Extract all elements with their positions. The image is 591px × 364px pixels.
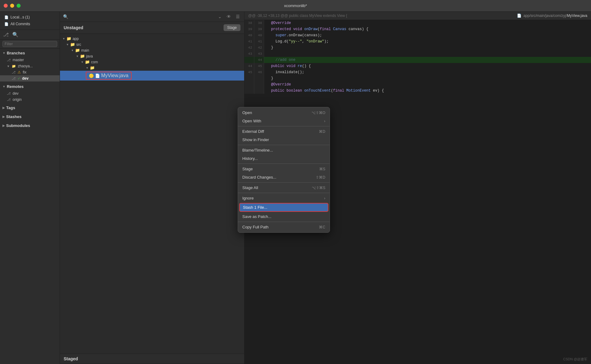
tree-item-main[interactable]: ▼ 📁 main: [60, 47, 244, 53]
branches-label: Branches: [7, 51, 25, 55]
diff-line: 4445 public void re() {: [244, 63, 591, 69]
chevron-down-icon: ▼: [71, 49, 74, 52]
sidebar-item-fix[interactable]: ⎇ ⚠ fix: [0, 69, 60, 75]
search-icon[interactable]: 🔍: [63, 14, 68, 19]
content-area: 🔍 ⌄ 👁 ☰ Unstaged Stage ▼ 📁 app: [60, 12, 591, 364]
chevron-down-icon: ▼: [2, 51, 6, 55]
menu-item-external-diff-label: External Diff: [242, 129, 264, 134]
file-emoji-header: 📄: [517, 14, 522, 18]
menu-shortcut-stage: ⌘S: [319, 167, 325, 171]
tree-item-src[interactable]: ▼ 📁 src: [60, 42, 244, 47]
menu-item-save-patch[interactable]: Save as Patch...: [238, 212, 330, 221]
filter-input[interactable]: [2, 41, 57, 47]
branch-icon[interactable]: ⎇: [3, 32, 9, 38]
sidebar-item-allcommits[interactable]: 📄 All Commits: [3, 21, 57, 27]
sidebar-item-zhaoya-label: zhaoya...: [18, 64, 33, 68]
sidebar-item-dev[interactable]: ⎇ ✓ dev: [0, 75, 60, 81]
tags-header[interactable]: ▶ Tags: [0, 104, 60, 112]
stashes-header[interactable]: ▶ Stashes: [0, 113, 60, 121]
tree-item-com[interactable]: ▼ 📁 com: [60, 59, 244, 65]
maximize-button[interactable]: [17, 4, 21, 8]
menu-item-discard[interactable]: Discard Changes... ⇧⌘D: [238, 173, 330, 181]
menu-item-open-with[interactable]: Open With ›: [238, 117, 330, 125]
chevron-down-icon: ▼: [76, 55, 79, 58]
menu-shortcut-stage-all: ⌥⇧⌘S: [312, 186, 325, 190]
diff-line: 4242 }: [244, 45, 591, 51]
menu-item-history-label: History...: [242, 156, 258, 161]
menu-item-stage-all[interactable]: Stage All ⌥⇧⌘S: [238, 184, 330, 192]
sidebar-item-origin[interactable]: ⎇ origin: [0, 97, 60, 103]
sidebar-item-master[interactable]: ⎇ master: [0, 57, 60, 63]
menu-item-copy-path-label: Copy Full Path: [242, 225, 268, 229]
sidebar-repo-section: 📄 Local...s (1) 📄 All Commits: [0, 12, 60, 30]
folder-icon: 📁: [12, 64, 16, 68]
menu-shortcut-copy-path: ⌘C: [319, 225, 325, 229]
sort-icon[interactable]: ⌄: [217, 14, 223, 20]
chevron-down-icon: ▼: [2, 85, 6, 88]
stashes-label: Stashes: [6, 114, 22, 119]
submodules-section: ▶ Submodules: [0, 121, 60, 130]
tree-item-app[interactable]: ▼ 📁 app: [60, 36, 244, 42]
watermark: CSDN @赵傻军: [563, 357, 587, 362]
search-icon[interactable]: 🔍: [12, 32, 18, 38]
menu-item-open-with-label: Open With: [242, 119, 261, 123]
eye-icon[interactable]: 👁: [225, 14, 232, 20]
menu-item-ignore[interactable]: Ignore ›: [238, 194, 330, 202]
diff-header-prefix: @@ -38,12 +38,13 @@ public class MyView …: [248, 14, 347, 18]
remote-icon: ⎇: [7, 98, 11, 102]
menu-item-show-in-finder[interactable]: Show in Finder: [238, 136, 330, 144]
menu-item-open[interactable]: Open ⌥⇧⌘O: [238, 109, 330, 117]
menu-item-stash[interactable]: Stash 1 File...: [239, 203, 328, 212]
menu-item-blame-label: Blame/Timeline...: [242, 148, 273, 152]
minimize-button[interactable]: [10, 4, 14, 8]
menu-separator: [238, 182, 330, 183]
folder-icon: 📁: [66, 36, 71, 41]
diff-line: }: [244, 75, 591, 81]
tree-item-java-label: java: [86, 54, 93, 58]
sidebar-item-dev-remote[interactable]: ⎇ dev: [0, 90, 60, 97]
close-button[interactable]: [4, 4, 8, 8]
window-title: xcommonlib*: [284, 3, 307, 8]
menu-item-blame[interactable]: Blame/Timeline...: [238, 146, 330, 154]
sidebar-item-dev-label: dev: [22, 76, 29, 81]
tree-item-zyj[interactable]: ▼ 📁: [60, 65, 244, 71]
folder-icon: 📁: [75, 48, 80, 53]
menu-separator: [238, 193, 330, 193]
stashes-section: ▶ Stashes: [0, 112, 60, 121]
menu-item-open-label: Open: [242, 110, 252, 115]
menu-item-stage[interactable]: Stage ⌘S: [238, 165, 330, 173]
stage-button[interactable]: Stage: [224, 24, 240, 31]
tree-item-myview-row[interactable]: 🟡 📄 MyView.java: [60, 71, 244, 81]
window-controls: [4, 4, 21, 8]
folder-icon: 📁: [85, 60, 90, 64]
branches-header[interactable]: ▼ Branches: [0, 49, 60, 57]
sidebar-item-fix-label: fix: [23, 70, 26, 74]
branch-icon: ⎇: [7, 58, 11, 62]
submodules-header[interactable]: ▶ Submodules: [0, 122, 60, 129]
menu-item-history[interactable]: History...: [238, 154, 330, 163]
remotes-header[interactable]: ▼ Remotes: [0, 83, 60, 90]
remote-icon: ⎇: [7, 92, 11, 96]
diff-header: @@ -38,12 +38,13 @@ public class MyView …: [244, 12, 591, 20]
menu-item-stash-label: Stash 1 File...: [243, 205, 267, 210]
branch-icon: ⎇: [12, 70, 16, 74]
sidebar-item-dev-remote-label: dev: [13, 91, 18, 96]
menu-item-external-diff[interactable]: External Diff ⌘D: [238, 127, 330, 136]
sidebar-item-locals[interactable]: 📄 Local...s (1): [3, 14, 57, 20]
tree-item-app-label: app: [73, 37, 79, 41]
menu-item-show-in-finder-label: Show in Finder: [242, 137, 269, 142]
folder-icon: 📁: [70, 42, 75, 47]
menu-item-discard-label: Discard Changes...: [242, 175, 276, 180]
warning-icon: ⚠: [18, 70, 21, 74]
diff-line: 3939 protected void onDraw(final Canvas …: [244, 26, 591, 32]
menu-item-copy-path[interactable]: Copy Full Path ⌘C: [238, 223, 330, 231]
sidebar-filter-section: [0, 40, 60, 49]
diff-line-added: 44 //add one: [244, 57, 591, 63]
folder-icon: 📁: [80, 54, 85, 58]
chevron-down-icon: ▼: [66, 43, 69, 46]
menu-icon[interactable]: ☰: [235, 14, 241, 20]
chevron-down-icon: ▼: [62, 37, 65, 40]
tree-item-java[interactable]: ▼ 📁 java: [60, 53, 244, 59]
menu-item-save-patch-label: Save as Patch...: [242, 214, 272, 219]
sidebar-item-zhaoya[interactable]: ▼ 📁 zhaoya...: [0, 63, 60, 69]
